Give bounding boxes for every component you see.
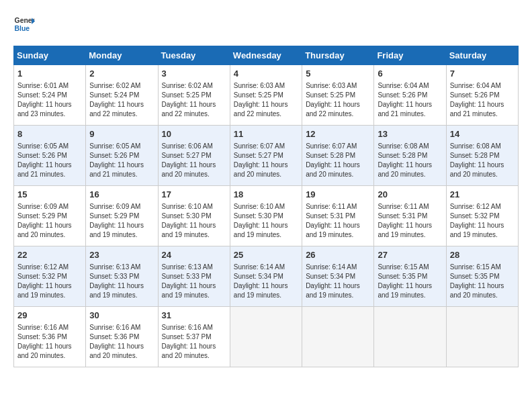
calendar-cell: 9Sunrise: 6:05 AM Sunset: 5:26 PM Daylig… bbox=[86, 126, 158, 186]
day-number: 22 bbox=[17, 249, 82, 261]
day-info: Sunrise: 6:07 AM Sunset: 5:27 PM Dayligh… bbox=[234, 142, 298, 179]
day-number: 23 bbox=[89, 249, 154, 261]
calendar-cell: 23Sunrise: 6:13 AM Sunset: 5:33 PM Dayli… bbox=[86, 246, 158, 307]
day-number: 2 bbox=[89, 68, 154, 80]
calendar-cell: 31Sunrise: 6:16 AM Sunset: 5:37 PM Dayli… bbox=[158, 307, 230, 367]
day-info: Sunrise: 6:04 AM Sunset: 5:26 PM Dayligh… bbox=[378, 81, 442, 119]
day-number: 12 bbox=[306, 128, 370, 140]
calendar-cell: 10Sunrise: 6:06 AM Sunset: 5:27 PM Dayli… bbox=[158, 126, 230, 186]
day-info: Sunrise: 6:16 AM Sunset: 5:36 PM Dayligh… bbox=[17, 323, 82, 361]
day-number: 21 bbox=[450, 189, 515, 201]
weekday-header-sunday: Sunday bbox=[14, 46, 86, 65]
day-info: Sunrise: 6:08 AM Sunset: 5:28 PM Dayligh… bbox=[378, 142, 442, 179]
calendar-cell: 25Sunrise: 6:14 AM Sunset: 5:34 PM Dayli… bbox=[230, 246, 302, 307]
weekday-header-monday: Monday bbox=[86, 46, 158, 65]
weekday-header-friday: Friday bbox=[374, 46, 446, 65]
day-number: 27 bbox=[378, 249, 442, 261]
day-info: Sunrise: 6:07 AM Sunset: 5:28 PM Dayligh… bbox=[306, 142, 370, 179]
day-info: Sunrise: 6:08 AM Sunset: 5:28 PM Dayligh… bbox=[450, 142, 515, 179]
calendar-cell: 8Sunrise: 6:05 AM Sunset: 5:26 PM Daylig… bbox=[14, 126, 86, 186]
day-number: 11 bbox=[234, 128, 298, 140]
svg-text:Blue: Blue bbox=[15, 25, 30, 32]
weekday-header-tuesday: Tuesday bbox=[158, 46, 230, 65]
day-info: Sunrise: 6:16 AM Sunset: 5:36 PM Dayligh… bbox=[89, 323, 154, 361]
calendar-cell: 26Sunrise: 6:14 AM Sunset: 5:34 PM Dayli… bbox=[302, 246, 374, 307]
day-info: Sunrise: 6:12 AM Sunset: 5:32 PM Dayligh… bbox=[17, 263, 82, 300]
day-number: 7 bbox=[450, 68, 515, 80]
calendar-cell: 20Sunrise: 6:11 AM Sunset: 5:31 PM Dayli… bbox=[374, 186, 446, 246]
calendar-cell: 4Sunrise: 6:03 AM Sunset: 5:25 PM Daylig… bbox=[230, 65, 302, 126]
calendar-cell: 16Sunrise: 6:09 AM Sunset: 5:29 PM Dayli… bbox=[86, 186, 158, 246]
day-info: Sunrise: 6:05 AM Sunset: 5:26 PM Dayligh… bbox=[89, 142, 154, 179]
calendar-week-5: 29Sunrise: 6:16 AM Sunset: 5:36 PM Dayli… bbox=[14, 307, 519, 367]
day-info: Sunrise: 6:09 AM Sunset: 5:29 PM Dayligh… bbox=[17, 202, 82, 240]
day-info: Sunrise: 6:10 AM Sunset: 5:30 PM Dayligh… bbox=[162, 202, 226, 240]
day-info: Sunrise: 6:13 AM Sunset: 5:33 PM Dayligh… bbox=[89, 263, 154, 300]
day-number: 15 bbox=[17, 189, 82, 201]
day-number: 20 bbox=[378, 189, 442, 201]
day-info: Sunrise: 6:02 AM Sunset: 5:24 PM Dayligh… bbox=[89, 81, 154, 119]
day-info: Sunrise: 6:11 AM Sunset: 5:31 PM Dayligh… bbox=[378, 202, 442, 240]
calendar-cell: 15Sunrise: 6:09 AM Sunset: 5:29 PM Dayli… bbox=[14, 186, 86, 246]
calendar-cell: 21Sunrise: 6:12 AM Sunset: 5:32 PM Dayli… bbox=[446, 186, 518, 246]
calendar-cell: 18Sunrise: 6:10 AM Sunset: 5:30 PM Dayli… bbox=[230, 186, 302, 246]
calendar-week-3: 15Sunrise: 6:09 AM Sunset: 5:29 PM Dayli… bbox=[14, 186, 519, 246]
calendar-cell: 2Sunrise: 6:02 AM Sunset: 5:24 PM Daylig… bbox=[86, 65, 158, 126]
day-info: Sunrise: 6:16 AM Sunset: 5:37 PM Dayligh… bbox=[162, 323, 226, 361]
weekday-header-wednesday: Wednesday bbox=[230, 46, 302, 65]
calendar-cell: 7Sunrise: 6:04 AM Sunset: 5:26 PM Daylig… bbox=[446, 65, 518, 126]
day-info: Sunrise: 6:04 AM Sunset: 5:26 PM Dayligh… bbox=[450, 81, 515, 119]
day-info: Sunrise: 6:12 AM Sunset: 5:32 PM Dayligh… bbox=[450, 202, 515, 240]
calendar-cell: 5Sunrise: 6:03 AM Sunset: 5:25 PM Daylig… bbox=[302, 65, 374, 126]
calendar-cell: 12Sunrise: 6:07 AM Sunset: 5:28 PM Dayli… bbox=[302, 126, 374, 186]
day-info: Sunrise: 6:03 AM Sunset: 5:25 PM Dayligh… bbox=[306, 81, 370, 119]
day-number: 1 bbox=[17, 68, 82, 80]
day-info: Sunrise: 6:05 AM Sunset: 5:26 PM Dayligh… bbox=[17, 142, 82, 179]
calendar-cell: 14Sunrise: 6:08 AM Sunset: 5:28 PM Dayli… bbox=[446, 126, 518, 186]
day-number: 28 bbox=[450, 249, 515, 261]
calendar-body: 1Sunrise: 6:01 AM Sunset: 5:24 PM Daylig… bbox=[14, 65, 519, 367]
calendar-cell: 11Sunrise: 6:07 AM Sunset: 5:27 PM Dayli… bbox=[230, 126, 302, 186]
day-number: 6 bbox=[378, 68, 442, 80]
day-number: 19 bbox=[306, 189, 370, 201]
calendar-cell: 24Sunrise: 6:13 AM Sunset: 5:33 PM Dayli… bbox=[158, 246, 230, 307]
calendar-cell: 29Sunrise: 6:16 AM Sunset: 5:36 PM Dayli… bbox=[14, 307, 86, 367]
calendar-cell: 17Sunrise: 6:10 AM Sunset: 5:30 PM Dayli… bbox=[158, 186, 230, 246]
calendar-cell: 30Sunrise: 6:16 AM Sunset: 5:36 PM Dayli… bbox=[86, 307, 158, 367]
day-info: Sunrise: 6:14 AM Sunset: 5:34 PM Dayligh… bbox=[306, 263, 370, 300]
calendar-cell: 13Sunrise: 6:08 AM Sunset: 5:28 PM Dayli… bbox=[374, 126, 446, 186]
calendar-week-2: 8Sunrise: 6:05 AM Sunset: 5:26 PM Daylig… bbox=[14, 126, 519, 186]
day-info: Sunrise: 6:13 AM Sunset: 5:33 PM Dayligh… bbox=[162, 263, 226, 300]
day-number: 8 bbox=[17, 128, 82, 140]
day-number: 9 bbox=[89, 128, 154, 140]
day-number: 31 bbox=[162, 310, 226, 322]
header: General Blue bbox=[13, 13, 519, 35]
calendar-week-1: 1Sunrise: 6:01 AM Sunset: 5:24 PM Daylig… bbox=[14, 65, 519, 126]
calendar-cell: 19Sunrise: 6:11 AM Sunset: 5:31 PM Dayli… bbox=[302, 186, 374, 246]
calendar-cell bbox=[374, 307, 446, 367]
day-info: Sunrise: 6:11 AM Sunset: 5:31 PM Dayligh… bbox=[306, 202, 370, 240]
day-info: Sunrise: 6:14 AM Sunset: 5:34 PM Dayligh… bbox=[234, 263, 298, 300]
day-number: 29 bbox=[17, 310, 82, 322]
day-info: Sunrise: 6:10 AM Sunset: 5:30 PM Dayligh… bbox=[234, 202, 298, 240]
calendar-cell bbox=[446, 307, 518, 367]
day-number: 26 bbox=[306, 249, 370, 261]
day-number: 3 bbox=[162, 68, 226, 80]
logo-icon: General Blue bbox=[13, 13, 35, 35]
day-info: Sunrise: 6:09 AM Sunset: 5:29 PM Dayligh… bbox=[89, 202, 154, 240]
calendar-week-4: 22Sunrise: 6:12 AM Sunset: 5:32 PM Dayli… bbox=[14, 246, 519, 307]
calendar-header-row: SundayMondayTuesdayWednesdayThursdayFrid… bbox=[14, 46, 519, 65]
day-number: 14 bbox=[450, 128, 515, 140]
day-info: Sunrise: 6:02 AM Sunset: 5:25 PM Dayligh… bbox=[162, 81, 226, 119]
day-number: 18 bbox=[234, 189, 298, 201]
day-info: Sunrise: 6:06 AM Sunset: 5:27 PM Dayligh… bbox=[162, 142, 226, 179]
weekday-header-thursday: Thursday bbox=[302, 46, 374, 65]
day-number: 16 bbox=[89, 189, 154, 201]
calendar-table: SundayMondayTuesdayWednesdayThursdayFrid… bbox=[13, 46, 519, 367]
day-number: 5 bbox=[306, 68, 370, 80]
day-info: Sunrise: 6:15 AM Sunset: 5:35 PM Dayligh… bbox=[450, 263, 515, 300]
day-number: 30 bbox=[89, 310, 154, 322]
weekday-header-saturday: Saturday bbox=[446, 46, 518, 65]
day-number: 13 bbox=[378, 128, 442, 140]
day-info: Sunrise: 6:15 AM Sunset: 5:35 PM Dayligh… bbox=[378, 263, 442, 300]
